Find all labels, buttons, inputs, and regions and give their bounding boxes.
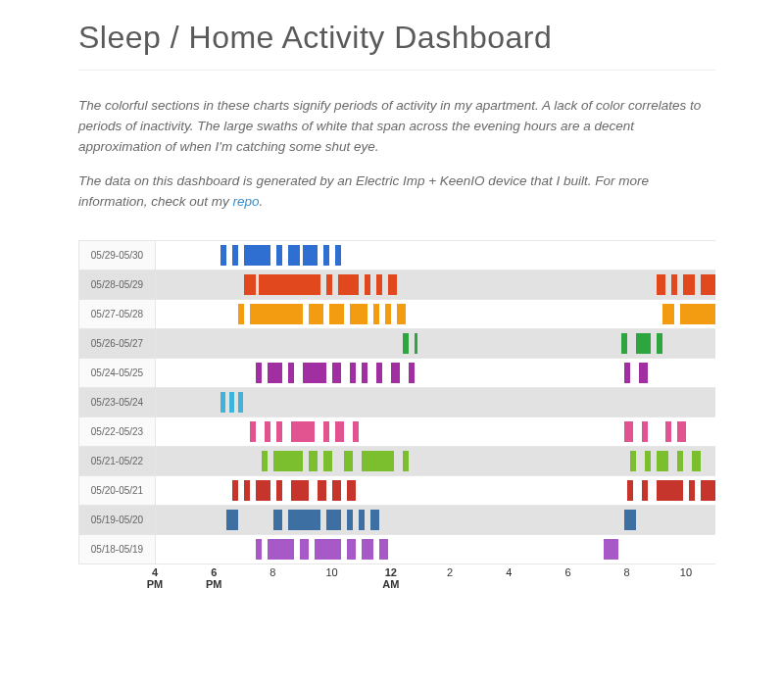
activity-segment bbox=[692, 451, 701, 471]
activity-segment bbox=[353, 421, 359, 442]
x-tick: 10 bbox=[680, 566, 692, 578]
activity-segment bbox=[639, 363, 648, 383]
activity-segment bbox=[403, 451, 409, 471]
activity-segment bbox=[220, 245, 226, 266]
activity-segment bbox=[323, 451, 332, 471]
table-row: 05/19-05/20 bbox=[79, 506, 715, 535]
activity-segment bbox=[636, 333, 651, 354]
activity-segment bbox=[232, 480, 238, 501]
row-label: 05/22-05/23 bbox=[79, 417, 156, 446]
x-tick: 8 bbox=[270, 566, 275, 578]
intro-paragraph-2: The data on this dashboard is generated … bbox=[78, 172, 715, 213]
activity-segment bbox=[332, 363, 341, 383]
activity-segment bbox=[238, 392, 243, 413]
activity-segment bbox=[657, 451, 668, 471]
activity-segment bbox=[323, 245, 329, 266]
activity-segment bbox=[332, 480, 341, 501]
activity-track bbox=[156, 270, 715, 299]
activity-segment bbox=[268, 363, 282, 383]
activity-segment bbox=[621, 333, 627, 354]
activity-segment bbox=[232, 245, 238, 266]
x-tick: 4 bbox=[506, 566, 512, 578]
activity-segment bbox=[388, 274, 397, 295]
table-row: 05/23-05/24 bbox=[79, 388, 715, 417]
activity-segment bbox=[262, 451, 268, 471]
activity-segment bbox=[683, 274, 695, 295]
row-label: 05/26-05/27 bbox=[79, 329, 156, 358]
activity-segment bbox=[415, 333, 417, 354]
activity-segment bbox=[256, 539, 262, 560]
activity-segment bbox=[329, 304, 344, 324]
activity-segment bbox=[662, 304, 674, 324]
activity-segment bbox=[645, 451, 651, 471]
activity-segment bbox=[309, 304, 323, 324]
repo-link[interactable]: repo bbox=[233, 194, 260, 209]
activity-segment bbox=[226, 510, 238, 530]
activity-segment bbox=[326, 510, 341, 530]
activity-segment bbox=[657, 274, 665, 295]
activity-segment bbox=[238, 304, 244, 324]
activity-segment bbox=[250, 304, 303, 324]
activity-segment bbox=[288, 245, 300, 266]
activity-segment bbox=[291, 421, 315, 442]
activity-segment bbox=[303, 363, 326, 383]
activity-segment bbox=[303, 245, 318, 266]
row-label: 05/19-05/20 bbox=[79, 506, 156, 534]
activity-track bbox=[156, 476, 715, 505]
activity-segment bbox=[403, 333, 409, 354]
activity-segment bbox=[265, 421, 270, 442]
x-tick: 8 bbox=[624, 566, 630, 578]
activity-segment bbox=[642, 480, 648, 501]
activity-segment bbox=[362, 451, 394, 471]
activity-segment bbox=[370, 510, 379, 530]
row-label: 05/18-05/19 bbox=[79, 535, 156, 564]
activity-segment bbox=[665, 421, 671, 442]
activity-track bbox=[156, 447, 715, 475]
activity-segment bbox=[657, 480, 683, 501]
activity-segment bbox=[250, 421, 256, 442]
x-tick: 2 bbox=[447, 566, 453, 578]
activity-segment bbox=[323, 421, 329, 442]
activity-segment bbox=[276, 480, 282, 501]
activity-segment bbox=[288, 510, 320, 530]
row-label: 05/27-05/28 bbox=[79, 300, 156, 328]
activity-segment bbox=[385, 304, 391, 324]
activity-segment bbox=[288, 363, 294, 383]
activity-segment bbox=[291, 480, 309, 501]
x-tick: 10 bbox=[326, 566, 338, 578]
row-label: 05/28-05/29 bbox=[79, 270, 156, 299]
table-row: 05/20-05/21 bbox=[79, 476, 715, 506]
activity-track bbox=[156, 241, 715, 270]
row-label: 05/21-05/22 bbox=[79, 447, 156, 475]
activity-segment bbox=[624, 510, 636, 530]
activity-segment bbox=[677, 451, 683, 471]
activity-segment bbox=[642, 421, 648, 442]
activity-segment bbox=[689, 480, 695, 501]
activity-segment bbox=[326, 274, 332, 295]
activity-segment bbox=[220, 392, 225, 413]
activity-segment bbox=[379, 539, 388, 560]
activity-segment bbox=[276, 245, 282, 266]
table-row: 05/21-05/22 bbox=[79, 447, 715, 476]
activity-segment bbox=[229, 392, 234, 413]
x-axis: 4 PM6 PM81012 AM246810 bbox=[78, 566, 715, 600]
x-tick: 12 AM bbox=[382, 566, 399, 590]
activity-segment bbox=[657, 333, 662, 354]
activity-segment bbox=[365, 274, 370, 295]
activity-track bbox=[156, 300, 715, 328]
activity-segment bbox=[273, 451, 303, 471]
activity-segment bbox=[338, 274, 359, 295]
activity-segment bbox=[256, 480, 270, 501]
activity-segment bbox=[244, 245, 270, 266]
row-label: 05/29-05/30 bbox=[79, 241, 156, 270]
activity-segment bbox=[671, 274, 677, 295]
table-row: 05/18-05/19 bbox=[79, 535, 715, 564]
x-tick: 6 bbox=[564, 566, 570, 578]
activity-track bbox=[156, 535, 715, 564]
activity-segment bbox=[701, 480, 715, 501]
table-row: 05/29-05/30 bbox=[79, 241, 715, 270]
table-row: 05/27-05/28 bbox=[79, 300, 715, 329]
activity-segment bbox=[350, 363, 356, 383]
activity-segment bbox=[256, 363, 262, 383]
activity-segment bbox=[300, 539, 309, 560]
